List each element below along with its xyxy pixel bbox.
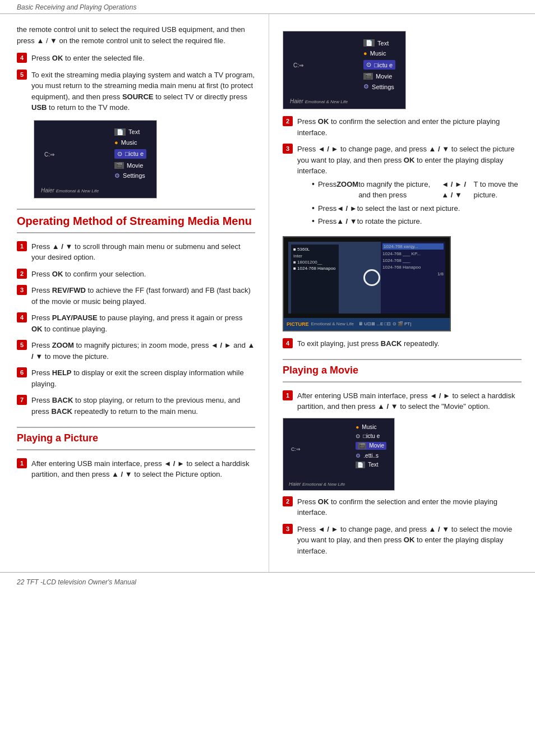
pic-text-2: Press OK to confirm the selection and en… (297, 116, 522, 138)
left-column: the remote control unit to select the re… (0, 14, 269, 572)
stream-text-2: Press OK to confirm your selection. (31, 269, 146, 280)
step-num-4: 4 (17, 53, 27, 63)
stream-text-3: Press REV/FWD to achieve the FF (fast fo… (31, 285, 255, 307)
movie-text-2: Press OK to confirm the selection and en… (297, 496, 522, 518)
movie-num-3: 3 (283, 524, 293, 534)
tv-menu-movie: ● Music ⊙ □ictu e 🎬 Movie ⚙ .etti..s 📄 T… (283, 418, 395, 491)
menu-items-top: 📄 Text ● Music ⊙ □ictu e 🎬 Movie ⚙ Setti… (114, 128, 146, 183)
stream-step-4: 4 Press PLAY/PAUSE to pause playing, and… (17, 312, 255, 334)
pic-substeps: Press ZOOM to magnify the picture, and t… (303, 179, 522, 227)
pic-step-2: 2 Press OK to confirm the selection and … (283, 116, 522, 138)
pic-step-4: 4 To exit playing, just press BACK repea… (283, 338, 522, 349)
content: the remote control unit to select the re… (0, 14, 535, 572)
stream-num-1: 1 (17, 241, 27, 251)
pic-bullet-1: Press ZOOM to magnify the picture, and t… (303, 179, 522, 201)
screen-center (363, 269, 380, 286)
pic-bullet-3: Press ▲ / ▼ to rotate the picture. (303, 216, 522, 227)
menu-item-movie: 🎬 Movie (114, 162, 146, 169)
pic-step-3: 3 Press ◄ / ► to change page, and press … (283, 144, 522, 229)
stream-text-1: Press ▲ / ▼ to scroll through main menu … (31, 241, 255, 263)
menu-item-settings: ⚙ Settings (114, 172, 146, 179)
menu-item-settings-r: ⚙ Settings (363, 83, 395, 90)
screen-label2: ■ 18001200__ (293, 260, 336, 265)
menu-items-right: 📄 Text ● Music ⊙ □ictu e 🎬 Movie ⚙ Setti… (363, 39, 395, 94)
step-text-4: Press OK to enter the selected file. (31, 53, 145, 64)
footer-icons: 🖥 U⊡⊠ ...E □⊡ ⊙ 🎬 PT| (358, 321, 411, 326)
movie-drive: C:⇒ (291, 446, 301, 452)
step-text-5: To exit the streaming media playing syst… (31, 70, 255, 113)
menu-item-music: ● Music (114, 139, 146, 146)
movie-step-3: 3 Press ◄ / ► to change page, and press … (283, 524, 522, 557)
stream-step-1: 1 Press ▲ / ▼ to scroll through main men… (17, 241, 255, 263)
stream-num-2: 2 (17, 269, 27, 279)
stream-step-6: 6 Press HELP to display or exit the scre… (17, 367, 255, 389)
pic-text-3: Press ◄ / ► to change page, and press ▲ … (297, 144, 522, 229)
screen-label3: ■ 1024-768 Hanapoo (293, 266, 336, 271)
brand-right: Haier Emotional & New Life (290, 98, 348, 104)
screen-label1: Inter (293, 253, 336, 259)
menu-item-text-r: 📄 Text (363, 39, 395, 47)
list-row-4: 1024-768 Hanapoo (382, 265, 444, 270)
movie-menu-settings: ⚙ .etti..s (356, 453, 386, 459)
stream-text-7: Press BACK to stop playing, or return to… (31, 395, 255, 417)
screen-content: ■ 5360L Inter ■ 18001200__ ■ 1024-768 Ha… (288, 242, 445, 314)
header-text: Basic Receiving and Playing Operations (17, 3, 136, 11)
picture-text-1: After entering USB main interface, press… (31, 458, 255, 480)
stream-num-3: 3 (17, 285, 27, 295)
picture-screen: ■ 5360L Inter ■ 18001200__ ■ 1024-768 Ha… (283, 236, 451, 331)
list-row-5: 1/8 (382, 271, 444, 276)
screen-model: ■ 5360L (293, 247, 336, 252)
streaming-section-header: Operating Method of Streaming Media Menu (17, 209, 255, 233)
stream-step-3: 3 Press REV/FWD to achieve the FF (fast … (17, 285, 255, 307)
screen-left-panel: ■ 5360L Inter ■ 18001200__ ■ 1024-768 Ha… (291, 245, 339, 314)
stream-text-5: Press ZOOM to magnify pictures; in zoom … (31, 340, 255, 362)
brand-top: Haier Emotional & New Life (41, 187, 99, 193)
footer-brand: Emotional & New Life (311, 321, 354, 326)
menu-item-music-r: ● Music (363, 50, 395, 57)
picture-section-header: Playing a Picture (17, 427, 255, 450)
pic-bullet-2: Press ◄ / ► to select the last or next p… (303, 203, 522, 214)
drive-label-right: C:⇒ (293, 62, 303, 68)
footer-text: 22 TFT -LCD television Owner's Manual (17, 578, 136, 586)
movie-section-title: Playing a Movie (283, 365, 522, 377)
drive-label-top: C:⇒ (44, 151, 54, 158)
tv-menu-image-top: 📄 Text ● Music ⊙ □ictu e 🎬 Movie ⚙ Setti… (34, 120, 157, 199)
picture-num-1: 1 (17, 458, 27, 468)
movie-step-1: 1 After entering USB main interface, pre… (283, 390, 522, 412)
stream-text-4: Press PLAY/PAUSE to pause playing, and p… (31, 312, 255, 334)
movie-menu-picture: ⊙ □ictu e (356, 433, 386, 439)
intro-text: the remote control unit to select the re… (17, 24, 255, 46)
stream-step-7: 7 Press BACK to stop playing, or return … (17, 395, 255, 417)
movie-step-2: 2 Press OK to confirm the selection and … (283, 496, 522, 518)
step-4: 4 Press OK to enter the selected file. (17, 53, 255, 64)
circle-icon (363, 269, 380, 286)
menu-item-movie-r: 🎬 Movie (363, 73, 395, 80)
movie-section-header: Playing a Movie (283, 359, 522, 382)
menu-item-text: 📄 Text (114, 128, 146, 136)
stream-num-5: 5 (17, 340, 27, 350)
list-row-3: 1024-768 ___ (382, 258, 444, 263)
list-row-2: 1024-768 ___ KP... (382, 251, 444, 256)
footer-picture-label: PICTURE (287, 321, 309, 327)
movie-menu-text: 📄 Text (356, 462, 386, 468)
pic-num-4: 4 (283, 338, 293, 348)
tv-menu-image-right: 📄 Text ● Music ⊙ □ictu e 🎬 Movie ⚙ Setti… (283, 31, 406, 109)
picture-section-title: Playing a Picture (17, 432, 255, 445)
stream-step-2: 2 Press OK to confirm your selection. (17, 269, 255, 280)
menu-item-picture-r: ⊙ □ictu e (363, 60, 395, 70)
streaming-section-title: Operating Method of Streaming Media Menu (17, 214, 255, 228)
movie-text-1: After entering USB main interface, press… (297, 390, 522, 412)
right-column: 📄 Text ● Music ⊙ □ictu e 🎬 Movie ⚙ Setti… (269, 14, 535, 572)
header-bar: Basic Receiving and Playing Operations (0, 0, 535, 14)
list-row-1: 1024-768 кагqу... (382, 243, 444, 250)
menu-item-picture-highlighted: ⊙ □ictu e (114, 149, 146, 159)
stream-num-7: 7 (17, 395, 27, 405)
movie-menu-items: ● Music ⊙ □ictu e 🎬 Movie ⚙ .etti..s 📄 T… (356, 424, 386, 471)
pic-num-2: 2 (283, 116, 293, 126)
movie-num-1: 1 (283, 390, 293, 400)
pic-num-3: 3 (283, 144, 293, 154)
pic-text-4: To exit playing, just press BACK repeate… (297, 338, 439, 349)
step-num-5: 5 (17, 70, 27, 80)
movie-brand: Haier Emotional & New Life (289, 481, 345, 487)
movie-text-3: Press ◄ / ► to change page, and press ▲ … (297, 524, 522, 557)
